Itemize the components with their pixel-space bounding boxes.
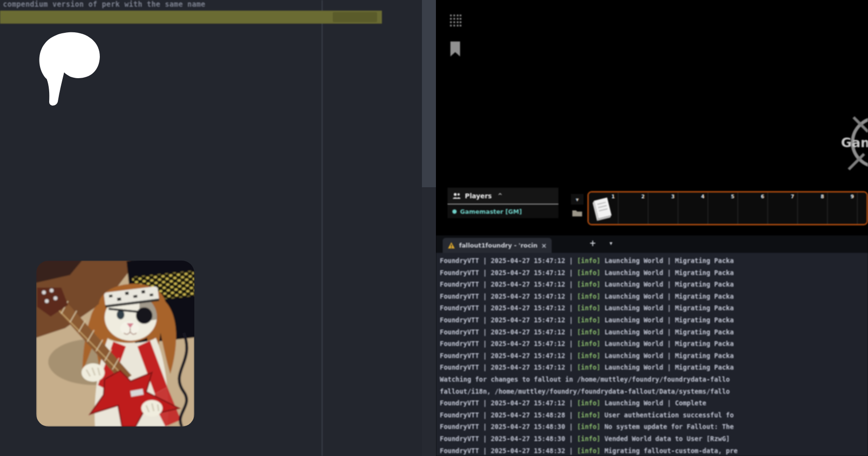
- info-badge: [info]: [577, 423, 600, 430]
- code-line-template-string: ate Perk '${itemData.name}' belonging to…: [0, 138, 418, 151]
- terminal-log-line: fallout/i18n, /home/muttley/foundry/foun…: [440, 386, 868, 398]
- info-badge: [info]: [577, 435, 600, 442]
- highlight-overlay-badge: [333, 12, 377, 22]
- info-badge: [info]: [577, 280, 600, 288]
- chevron-up-icon[interactable]: ^: [498, 193, 502, 199]
- game-canvas[interactable]: Gam Players ^ Gamemaster [GM: [436, 0, 868, 456]
- folder-icon: [572, 208, 583, 217]
- warning-icon: [448, 242, 455, 249]
- info-badge: [info]: [577, 304, 600, 312]
- terminal-log-line: FoundryVTT | 2025-04-27 15:47:12 | [info…: [440, 278, 868, 290]
- terminal-log-line: FoundryVTT | 2025-04-27 15:48:28 | [info…: [440, 409, 868, 421]
- cat-image-svg: [36, 261, 194, 427]
- terminal-tab[interactable]: fallout1foundry - 'rocinante' ×: [443, 238, 552, 253]
- terminal-window[interactable]: fallout1foundry - 'rocinante' × + ▾ Foun…: [436, 235, 868, 456]
- hotbar-slot-number: 2: [641, 193, 645, 199]
- hotbar-slot[interactable]: 7: [768, 193, 798, 224]
- cat-rockstar-image: [36, 261, 194, 427]
- terminal-log-line: FoundryVTT | 2025-04-27 15:47:12 | [info…: [440, 255, 868, 267]
- macro-folder-button[interactable]: [571, 207, 583, 219]
- terminal-log-line: FoundryVTT | 2025-04-27 15:47:12 | [info…: [440, 302, 868, 314]
- terminal-log-line: FoundryVTT | 2025-04-27 15:47:12 | [info…: [440, 267, 868, 279]
- terminal-log-line: FoundryVTT | 2025-04-27 15:47:12 | [info…: [440, 397, 868, 409]
- code-line-find-highlighted: ks.Dfind(perk => perk.name===itemData.na…: [0, 11, 382, 24]
- macro-hotbar[interactable]: 1 2 3 4 5 6 7 8: [587, 191, 868, 225]
- hotbar-slot[interactable]: 3: [649, 193, 678, 224]
- players-icon: [452, 193, 461, 199]
- player-row[interactable]: Gamemaster [GM]: [448, 205, 558, 218]
- grid-dots-icon[interactable]: [448, 13, 462, 27]
- terminal-log-line: FoundryVTT | 2025-04-27 15:48:30 | [info…: [440, 421, 868, 433]
- hotbar-slot-number: 5: [731, 193, 734, 199]
- code-line-true: rue }: [0, 152, 418, 165]
- close-icon[interactable]: ×: [541, 242, 547, 249]
- hotbar-slot[interactable]: 5: [708, 193, 738, 224]
- terminal-log-lines: FoundryVTT | 2025-04-27 15:47:12 | [info…: [440, 255, 868, 456]
- terminal-log-line: FoundryVTT | 2025-04-27 15:47:12 | [info…: [440, 361, 868, 373]
- editor-scrollbar-thumb[interactable]: [422, 0, 436, 187]
- terminal-log-line: FoundryVTT | 2025-04-27 15:47:12 | [info…: [440, 314, 868, 326]
- macro-book-icon[interactable]: [591, 195, 614, 221]
- terminal-log-line: FoundryVTT | 2025-04-27 15:47:12 | [info…: [440, 326, 868, 338]
- hotbar-slots: 1 2 3 4 5 6 7 8: [589, 193, 867, 224]
- hotbar-slot-number: 6: [761, 193, 764, 199]
- info-badge: [info]: [577, 352, 600, 359]
- info-badge: [info]: [577, 399, 600, 407]
- info-badge: [info]: [577, 340, 600, 347]
- player-name: Gamemaster [GM]: [460, 208, 522, 215]
- info-badge: [info]: [577, 328, 600, 336]
- screen: compendium version of perk with the same…: [0, 0, 868, 456]
- hotbar-slot-number: 7: [791, 193, 794, 199]
- cat-paw-right: [141, 400, 163, 416]
- hotbar-slot-number: 4: [701, 193, 705, 199]
- players-header[interactable]: Players ^: [448, 188, 558, 205]
- players-title: Players: [465, 192, 492, 200]
- editor-ruler-line: [322, 0, 323, 456]
- hotbar-slot[interactable]: 9: [828, 193, 858, 224]
- terminal-log-line: FoundryVTT | 2025-04-27 15:48:32 | [info…: [440, 445, 868, 456]
- terminal-log-line: FoundryVTT | 2025-04-27 15:47:12 | [info…: [440, 338, 868, 350]
- terminal-log-line: Watching for changes to fallout in /home…: [440, 373, 868, 386]
- code-line-comment: compendium version of perk with the same…: [0, 0, 418, 11]
- bookmark-icon[interactable]: [449, 41, 461, 57]
- info-badge: [info]: [577, 316, 600, 324]
- hotbar-page-caret-button[interactable]: ▾: [571, 194, 583, 205]
- terminal-tab-title: fallout1foundry - 'rocinante': [459, 242, 537, 249]
- info-badge: [info]: [577, 257, 600, 264]
- chevron-down-icon[interactable]: ▾: [610, 240, 612, 247]
- info-badge: [info]: [577, 269, 600, 276]
- terminal-log-line: FoundryVTT | 2025-04-27 15:47:12 | [info…: [440, 290, 868, 303]
- player-color-dot: [452, 209, 457, 214]
- hotbar-slot-number: 8: [821, 193, 824, 199]
- terminal-log-line: FoundryVTT | 2025-04-27 15:47:12 | [info…: [440, 350, 868, 362]
- hotbar-slot[interactable]: 8: [798, 193, 828, 224]
- hotbar-slot[interactable]: [858, 193, 868, 224]
- players-panel: Players ^ Gamemaster [GM]: [448, 188, 558, 218]
- new-tab-button[interactable]: +: [589, 238, 596, 248]
- players-list: Gamemaster [GM]: [448, 205, 558, 218]
- terminal-log-line: FoundryVTT | 2025-04-27 15:48:30 | [info…: [440, 433, 868, 445]
- hotbar-slot[interactable]: 6: [738, 193, 768, 224]
- terminal-tab-bar: fallout1foundry - 'rocinante' × + ▾: [436, 235, 868, 253]
- code-line-warn: arn(: [0, 124, 418, 138]
- cat-eyepatch: [136, 307, 152, 324]
- partial-game-logo: Gam: [839, 112, 868, 175]
- hotbar-slot-number: 3: [671, 193, 675, 199]
- hotbar-slot[interactable]: 2: [619, 193, 649, 224]
- info-badge: [info]: [577, 363, 600, 371]
- editor-scrollbar[interactable]: [422, 0, 436, 456]
- info-badge: [info]: [577, 292, 600, 300]
- info-badge: [info]: [577, 411, 600, 419]
- info-badge: [info]: [577, 447, 600, 455]
- hotbar-slot-number: 9: [851, 193, 854, 199]
- caret-down-icon: ▾: [576, 196, 579, 203]
- hotbar-slot[interactable]: 4: [678, 193, 708, 224]
- logo-text: Gam: [841, 135, 868, 150]
- cat-paw-left: [81, 363, 105, 382]
- white-blob-overlay: [34, 28, 106, 112]
- terminal-log-area[interactable]: FoundryVTT | 2025-04-27 15:47:12 | [info…: [436, 253, 868, 456]
